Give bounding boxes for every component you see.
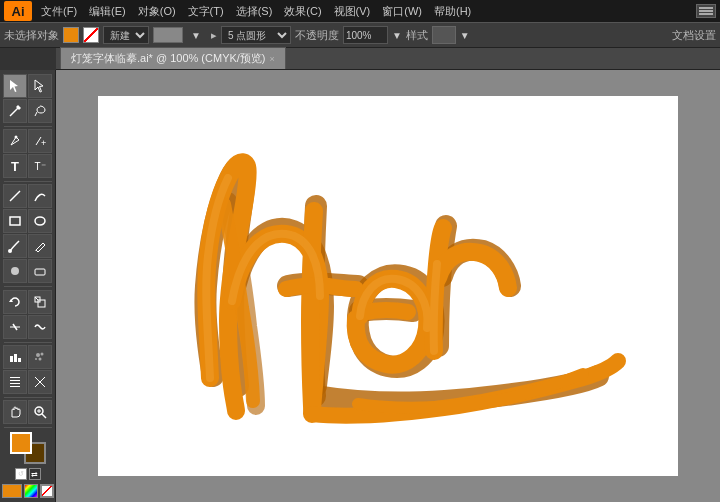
rotate-tool[interactable] [3,290,27,314]
stroke-width-label: ▸ [211,29,217,42]
tab-filename: 灯笼字体临摹.ai* @ 100% (CMYK/预览) [71,51,266,66]
menu-select[interactable]: 选择(S) [231,2,278,21]
menu-type[interactable]: 文字(T) [183,2,229,21]
svg-rect-27 [10,380,20,381]
menu-effect[interactable]: 效果(C) [279,2,326,21]
point-type-select[interactable]: 5 点圆形 [221,26,291,44]
lasso-tool[interactable] [28,99,52,123]
tool-row-6 [3,209,52,233]
svg-rect-21 [18,358,21,362]
fill-color-swatch[interactable] [83,27,99,43]
svg-line-7 [10,191,20,201]
color-mode-btn[interactable] [2,484,22,498]
tool-row-7 [3,234,52,258]
magic-wand-tool[interactable] [3,99,27,123]
color-tools: ↺ ⇄ [2,432,54,498]
svg-point-25 [35,358,37,360]
svg-text:+: + [41,138,46,148]
svg-point-5 [15,136,18,139]
svg-rect-8 [10,217,20,225]
hand-tool[interactable] [3,400,27,424]
document-canvas [98,96,678,476]
arc-tool[interactable] [28,184,52,208]
svg-rect-12 [35,269,45,275]
menu-edit[interactable]: 编辑(E) [84,2,131,21]
eraser-tool[interactable] [28,259,52,283]
svg-point-23 [41,352,44,355]
canvas-area[interactable] [56,70,720,502]
style-label: 样式 [406,28,428,43]
tool-row-9 [3,290,52,314]
doc-setup-label[interactable]: 文档设置 [672,28,716,43]
menu-window[interactable]: 窗口(W) [377,2,427,21]
svg-point-9 [35,217,45,225]
blob-brush-tool[interactable] [3,259,27,283]
arrow-indicator: ▼ [191,30,201,41]
scale-tool[interactable] [28,290,52,314]
area-type-tool[interactable]: T⁻ [28,154,52,178]
opacity-label: 不透明度 [295,28,339,43]
slice-tool[interactable] [28,370,52,394]
swap-colors-btn[interactable]: ⇄ [29,468,41,480]
tab-close-btn[interactable]: × [270,54,275,64]
selection-tool[interactable] [3,74,27,98]
style-arrow: ▼ [460,30,470,41]
add-anchor-tool[interactable]: + [28,129,52,153]
svg-rect-20 [14,354,17,362]
default-colors-btn[interactable]: ↺ [15,468,27,480]
svg-rect-19 [10,356,13,362]
tool-row-3: + [3,129,52,153]
style-preview [432,26,456,44]
type-tool[interactable]: T [3,154,27,178]
none-btn[interactable] [40,484,54,498]
main-layout: + T T⁻ [0,70,720,502]
zoom-tool[interactable] [28,400,52,424]
fill-swatch[interactable] [10,432,32,454]
tool-row-4: T T⁻ [3,154,52,178]
warp-tool[interactable] [28,315,52,339]
gradient-btn[interactable] [24,484,38,498]
menu-items: 文件(F) 编辑(E) 对象(O) 文字(T) 选择(S) 效果(C) 视图(V… [36,2,476,21]
symbol-sprayer-tool[interactable] [28,345,52,369]
tool-row-10 [3,315,52,339]
app-logo: Ai [4,1,32,21]
svg-line-31 [42,414,46,418]
opacity-input[interactable] [343,26,388,44]
direct-selection-tool[interactable] [28,74,52,98]
artwork-canvas [128,146,648,426]
menu-file[interactable]: 文件(F) [36,2,82,21]
ellipse-tool[interactable] [28,209,52,233]
svg-rect-28 [10,383,20,384]
svg-point-10 [8,249,12,253]
svg-rect-14 [38,300,45,307]
selection-label: 未选择对象 [4,28,59,43]
svg-marker-1 [35,80,43,92]
bar-graph-tool[interactable] [3,345,27,369]
line-tool[interactable] [3,184,27,208]
options-bar: 未选择对象 新建 ▼ ▸ 5 点圆形 不透明度 ▼ 样式 ▼ 文档设置 [0,22,720,48]
workspace-switcher-icon[interactable] [696,4,716,18]
tool-row-13 [3,400,52,424]
svg-marker-0 [10,80,18,92]
rect-tool[interactable] [3,209,27,233]
width-tool[interactable] [3,315,27,339]
paintbrush-tool[interactable] [3,234,27,258]
svg-point-24 [39,357,42,360]
new-option-select[interactable]: 新建 [103,26,149,44]
document-tab[interactable]: 灯笼字体临摹.ai* @ 100% (CMYK/预览) × [60,47,286,69]
color-preview [153,27,183,43]
tab-bar: 灯笼字体临摹.ai* @ 100% (CMYK/预览) × [56,48,720,70]
svg-point-11 [11,267,19,275]
menu-object[interactable]: 对象(O) [133,2,181,21]
tool-row-12 [3,370,52,394]
pen-tool[interactable] [3,129,27,153]
stroke-color-swatch[interactable] [63,27,79,43]
stroke-fill-indicator[interactable] [10,432,46,464]
menu-view[interactable]: 视图(V) [329,2,376,21]
svg-line-2 [10,108,18,116]
toolbar: + T T⁻ [0,70,56,502]
column-graph-tool[interactable] [3,370,27,394]
pencil-tool[interactable] [28,234,52,258]
menu-bar: Ai 文件(F) 编辑(E) 对象(O) 文字(T) 选择(S) 效果(C) 视… [0,0,720,22]
menu-help[interactable]: 帮助(H) [429,2,476,21]
